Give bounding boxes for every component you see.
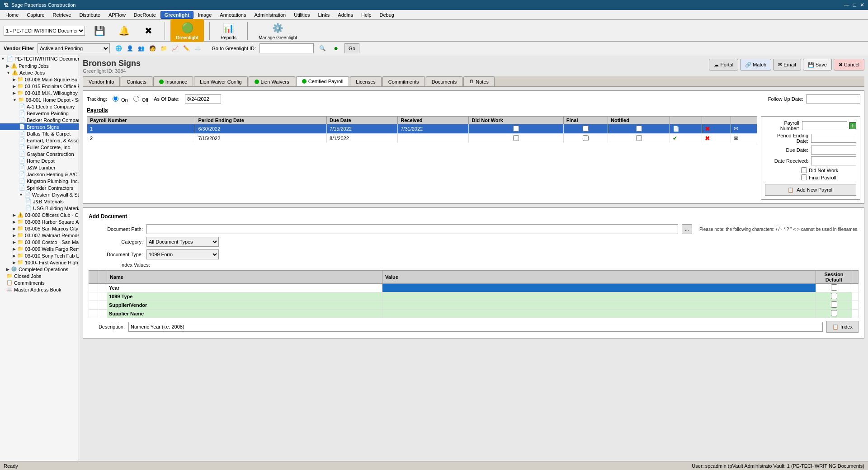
close-button[interactable]: ✕ (860, 2, 864, 8)
idx-sv-session-check[interactable] (831, 301, 837, 308)
document-dropdown[interactable]: 1 - PE-TECHWRITING Documer (4, 26, 85, 36)
sidebar-graybar[interactable]: 📄 Graybar Construction (0, 150, 79, 157)
row1-notified[interactable] (608, 124, 670, 134)
menu-distribute[interactable]: Distribute (75, 11, 104, 19)
job1000-exp[interactable]: ▶ (13, 260, 16, 265)
reports-ribbon-btn[interactable]: 📊 Reports (215, 19, 242, 42)
menu-capture[interactable]: Capture (23, 11, 48, 19)
chart-icon-btn[interactable]: 📈 (170, 43, 180, 53)
sidebar-pending-jobs[interactable]: ▶ ⚠️ Pending Jobs (0, 62, 79, 69)
pr-payroll-number-input[interactable] (802, 121, 847, 130)
save-quick-btn[interactable]: 💾 (89, 22, 110, 40)
idx-year-session[interactable] (816, 284, 852, 292)
sidebar-job-009[interactable]: ▶ 📁 03-009 Wells Fargo Remod (0, 245, 79, 252)
row1-didnotwork[interactable] (469, 124, 563, 134)
active-expand-icon[interactable]: ▼ (6, 70, 10, 75)
row1-doc-icon[interactable]: 📄 (673, 126, 679, 132)
index-button[interactable]: 📋 Index (826, 321, 859, 333)
people-icon-btn[interactable]: 👥 (136, 43, 146, 53)
pr-period-ending-input[interactable] (811, 134, 856, 143)
idx-sn-session-check[interactable] (831, 310, 837, 316)
tab-certified-payroll[interactable]: Certified Payroll (296, 76, 349, 86)
pr-due-date-input[interactable] (811, 146, 856, 155)
sidebar-job-007[interactable]: ▶ 📁 03-007 Walmart Remodel - (0, 232, 79, 239)
portal-button[interactable]: ☁ Portal (709, 59, 738, 70)
menu-annotations[interactable]: Annotations (216, 11, 250, 19)
cloud-icon-btn[interactable]: ☁️ (193, 43, 203, 53)
menu-image[interactable]: Image (194, 11, 216, 19)
job008-exp[interactable]: ▶ (13, 240, 16, 244)
job010-exp[interactable]: ▶ (13, 254, 16, 258)
sidebar-jackson[interactable]: 📄 Jackson Heating & A/C (0, 171, 79, 178)
sidebar-completed[interactable]: ▶ ⚙️ Completed Operations (0, 266, 79, 273)
sidebar-job-1000[interactable]: ▶ 📁 1000- First Avenue High Sc (0, 259, 79, 266)
tab-lien-waivers[interactable]: Lien Waivers (249, 76, 295, 86)
menu-home[interactable]: Home (2, 11, 22, 19)
job002-exp[interactable]: ▶ (13, 213, 16, 217)
sidebar-active-jobs[interactable]: ▼ ⚠️ Active Jobs (0, 69, 79, 76)
description-input[interactable] (128, 322, 823, 332)
go-button[interactable]: Go (344, 43, 359, 53)
globe-icon-btn[interactable]: 🌐 (113, 43, 123, 53)
menu-addins[interactable]: Addins (334, 11, 357, 19)
row1-action2[interactable]: ✖ (702, 124, 731, 134)
tab-documents[interactable]: Documents (426, 76, 463, 86)
tab-insurance[interactable]: Insurance (153, 76, 193, 86)
follow-up-date-input[interactable] (806, 94, 860, 103)
as-of-date-input[interactable] (185, 94, 221, 103)
sidebar-job-008[interactable]: ▶ 📁 03-008 Costco - San Marcos (0, 239, 79, 245)
menu-links[interactable]: Links (315, 11, 334, 19)
pr-did-not-work-checkbox[interactable] (801, 167, 807, 173)
email-button[interactable]: ✉ Email (773, 59, 801, 70)
sidebar-job-001[interactable]: ▼ 📁 03-001 Home Depot - San M (0, 96, 79, 103)
index-row-supplier-vendor[interactable]: Supplier/Vendor (89, 301, 859, 310)
row1-email-icon[interactable]: ✉ (734, 126, 738, 132)
idx-sv-session[interactable] (816, 301, 852, 310)
search-icon-btn[interactable]: 🔍 (317, 43, 327, 53)
sidebar-jb-materials[interactable]: 📄 J&B Materials (0, 198, 79, 205)
idx-year-input[interactable] (384, 285, 814, 291)
row1-action3[interactable]: ✉ (731, 124, 757, 134)
job018-exp[interactable]: ▶ (13, 91, 16, 95)
sidebar-western[interactable]: ▼ 📄 Western Drywall & Stuco (0, 191, 79, 198)
sidebar-usg[interactable]: 📄 USG Building Materia (0, 205, 79, 212)
row2-action2[interactable]: ✖ (702, 134, 731, 143)
save-button[interactable]: 💾 Save (803, 59, 832, 70)
sidebar-bronson[interactable]: 📄 Bronson Signs (0, 123, 79, 130)
pending-expand-icon[interactable]: ▶ (6, 64, 9, 68)
tab-licenses[interactable]: Licenses (350, 76, 381, 86)
filter-select[interactable]: Active and Pending Active Pending All (38, 43, 110, 53)
person-icon-btn[interactable]: 🧑 (147, 43, 157, 53)
sidebar-job-018[interactable]: ▶ 📁 03-018 M.K. Willoughby Hos (0, 89, 79, 96)
payroll-row-1[interactable]: 1 6/30/2022 7/15/2022 7/31/2022 📄 ✖ ✉ (87, 124, 757, 134)
document-type-select[interactable]: 1099 Form (146, 249, 219, 259)
job009-exp[interactable]: ▶ (13, 247, 16, 251)
tab-commitments[interactable]: Commitments (382, 76, 425, 86)
row2-final[interactable] (563, 134, 608, 143)
pr-add-icon[interactable]: + (849, 122, 856, 129)
greenlight-ribbon-btn[interactable]: 🟢 Greenlight (170, 19, 204, 42)
completed-exp[interactable]: ▶ (6, 267, 9, 272)
job001-exp[interactable]: ▼ (13, 98, 17, 102)
folder-icon-btn[interactable]: 📁 (159, 43, 169, 53)
manage-ribbon-btn[interactable]: ⚙️ Manage Greenlight (253, 19, 302, 42)
row1-final[interactable] (563, 124, 608, 134)
menu-debug[interactable]: Debug (376, 11, 398, 19)
row2-action1[interactable]: ✔ (670, 134, 702, 143)
row2-check-icon[interactable]: ✔ (673, 135, 677, 141)
tracking-off-radio[interactable] (133, 96, 139, 102)
tab-notes[interactable]: 🗒 Notes (463, 76, 495, 86)
tracking-on-radio[interactable] (113, 96, 118, 102)
idx-sv-value[interactable] (382, 301, 816, 310)
cancel-quick-btn[interactable]: ✖ (137, 22, 159, 40)
payroll-row-2[interactable]: 2 7/15/2022 8/1/2022 ✔ ✖ ✉ (87, 134, 757, 143)
sidebar-job-002[interactable]: ▶ ⚠️ 03-002 Officers Club - Camp (0, 212, 79, 218)
sidebar-dallas[interactable]: 📄 Dallas Tile & Carpet (0, 130, 79, 137)
menu-retrieve[interactable]: Retrieve (49, 11, 75, 19)
cancel-button[interactable]: ✖ Cancel (834, 59, 864, 70)
sidebar-job-015[interactable]: ▶ 📁 03-015 Encinitas Office Par (0, 83, 79, 89)
menu-docroute[interactable]: DocRoute (130, 11, 160, 19)
idx-year-value[interactable] (382, 284, 816, 292)
index-row-supplier-name[interactable]: Supplier Name (89, 310, 859, 318)
filter-dropdown[interactable]: Active and Pending Active Pending All (38, 43, 110, 53)
